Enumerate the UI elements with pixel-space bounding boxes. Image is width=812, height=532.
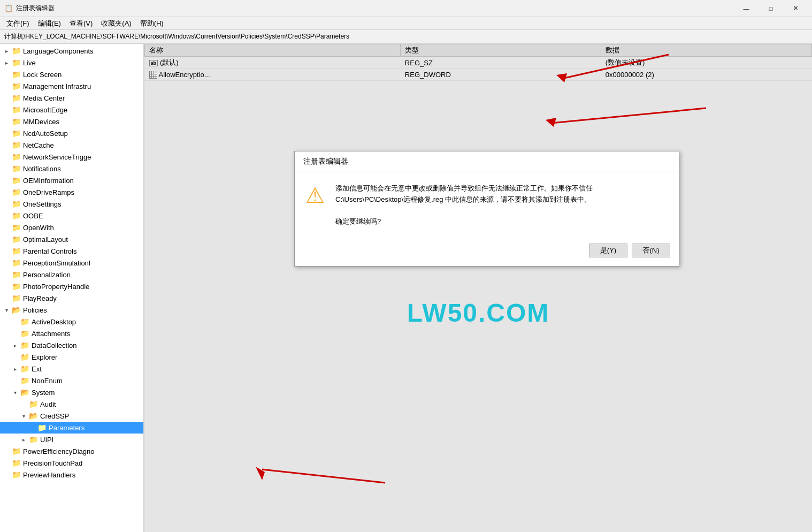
folder-icon: 📁 [20,329,29,338]
tree-item[interactable]: 📁Parameters [0,422,143,434]
tree-item[interactable]: 📁Explorer [0,351,143,363]
menu-help[interactable]: 帮助(H) [136,18,168,29]
tree-item-label: PerceptionSimulationI [23,259,90,267]
maximize-button[interactable]: □ [759,0,783,17]
tree-item-label: OneDriveRamps [23,188,74,196]
folder-icon: 📁 [12,47,21,55]
tree-item[interactable]: ▸📁LanguageComponents [0,45,143,57]
tree-item-label: Attachments [32,330,70,338]
minimize-button[interactable]: — [734,0,759,17]
expand-icon[interactable]: ▸ [11,343,19,348]
tree-item-label: CredSSP [40,412,69,420]
address-bar: 计算机\HKEY_LOCAL_MACHINE\SOFTWARE\Microsof… [0,30,812,44]
folder-icon: 📁 [12,470,21,479]
tree-item[interactable]: 📁OptimalLayout [0,233,143,245]
tree-item-label: NonEnum [32,377,63,385]
tree-item-label: NcdAutoSetup [23,130,68,138]
tree-item[interactable]: 📁PowerEfficiencyDiagno [0,445,143,457]
tree-item-label: OEMInformation [23,177,74,185]
tree-item-label: OpenWith [23,224,54,232]
menu-file[interactable]: 文件(F) [2,18,34,29]
folder-icon: 📁 [12,294,21,302]
tree-item-label: MicrosoftEdge [23,106,67,114]
tree-item[interactable]: 📁PhotoPropertyHandle [0,280,143,292]
tree-item[interactable]: 📁PrecisionTouchPad [0,457,143,469]
tree-item-label: ActiveDesktop [32,318,76,326]
folder-icon: 📁 [12,94,21,102]
tree-item[interactable]: ▸📁Ext [0,363,143,375]
expand-icon[interactable]: ▾ [19,413,28,419]
tree-panel: ▸📁LanguageComponents▸📁Live 📁Lock Screen … [0,44,144,532]
tree-item[interactable]: ▸📁Live [0,57,143,69]
tree-item[interactable]: 📁Personalization [0,269,143,280]
folder-icon: 📁 [12,270,21,279]
folder-icon: 📁 [12,105,21,114]
tree-item[interactable]: 📁PerceptionSimulationI [0,257,143,269]
expand-icon[interactable]: ▸ [2,60,11,66]
tree-item[interactable]: ▾📂CredSSP [0,410,143,422]
menu-favorites[interactable]: 收藏夹(A) [97,18,135,29]
folder-icon: 📁 [12,235,21,244]
tree-item-label: LanguageComponents [23,47,94,55]
tree-item[interactable]: ▸📁UIPI [0,434,143,445]
tree-item[interactable]: 📁OneSettings [0,198,143,210]
dialog-message-1: 添加信息可能会在无意中更改或删除值并导致组件无法继续正常工作。如果你不信任 [335,184,593,192]
tree-item[interactable]: ▾📂Policies [0,304,143,316]
tree-item[interactable]: 📁Audit [0,398,143,410]
tree-item-label: Personalization [23,271,71,279]
tree-item[interactable]: 📁Management Infrastru [0,80,143,92]
expand-icon[interactable]: ▾ [11,390,19,396]
main-content: ▸📁LanguageComponents▸📁Live 📁Lock Screen … [0,44,812,532]
expand-icon[interactable]: ▾ [2,307,11,313]
close-button[interactable]: ✕ [783,0,808,17]
tree-item-label: OneSettings [23,200,62,208]
tree-item[interactable]: 📁MicrosoftEdge [0,104,143,116]
tree-item[interactable]: 📁Notifications [0,163,143,174]
tree-item-label: OptimalLayout [23,235,68,244]
tree-item-label: UIPI [40,436,53,444]
tree-item[interactable]: 📁Parental Controls [0,245,143,257]
tree-item-label: Ext [32,365,42,373]
expand-icon[interactable]: ▸ [11,366,19,372]
yes-button[interactable]: 是(Y) [589,244,627,257]
tree-item[interactable]: 📁OOBE [0,210,143,222]
folder-icon: 📁 [37,423,47,432]
tree-item[interactable]: 📁ActiveDesktop [0,316,143,328]
tree-item[interactable]: 📁NonEnum [0,375,143,386]
tree-item[interactable]: 📁NetCache [0,139,143,151]
tree-item[interactable]: 📁Attachments [0,328,143,339]
folder-icon: 📁 [12,223,21,232]
expand-icon[interactable]: ▸ [19,437,28,443]
folder-icon: 📁 [20,364,29,373]
tree-item-label: Management Infrastru [23,82,91,90]
folder-icon: 📁 [12,282,21,291]
folder-icon: 📁 [12,247,21,255]
tree-item[interactable]: 📁Media Center [0,92,143,104]
dialog-box: 注册表编辑器 ⚠ 添加信息可能会在无意中更改或删除值并导致组件无法继续正常工作。… [294,151,679,267]
expand-icon[interactable]: ▸ [2,48,11,54]
tree-scroll[interactable]: ▸📁LanguageComponents▸📁Live 📁Lock Screen … [0,44,143,532]
folder-icon: 📁 [12,176,21,185]
tree-item-label: Policies [23,306,47,314]
folder-icon: 📁 [20,353,29,361]
menu-edit[interactable]: 编辑(E) [34,18,65,29]
tree-item[interactable]: ▾📂System [0,386,143,398]
tree-item[interactable]: 📁PlayReady [0,292,143,304]
tree-item[interactable]: 📁OneDriveRamps [0,186,143,198]
tree-item[interactable]: 📁MMDevices [0,116,143,127]
tree-item-label: OOBE [23,212,43,220]
menu-view[interactable]: 查看(V) [65,18,97,29]
tree-item[interactable]: 📁Lock Screen [0,69,143,80]
tree-item[interactable]: 📁NetworkServiceTrigge [0,151,143,163]
tree-item[interactable]: 📁NcdAutoSetup [0,127,143,139]
folder-icon: 📁 [12,259,21,267]
title-bar: 📋 注册表编辑器 — □ ✕ [0,0,812,17]
tree-item[interactable]: 📁OEMInformation [0,174,143,186]
tree-item-label: NetworkServiceTrigge [23,153,91,161]
tree-item[interactable]: 📁PreviewHandlers [0,469,143,481]
folder-icon: 📂 [29,412,38,420]
tree-item[interactable]: 📁OpenWith [0,222,143,233]
tree-item[interactable]: ▸📁DataCollection [0,339,143,351]
no-button[interactable]: 否(N) [632,244,670,257]
warning-icon: ⚠ [303,183,327,208]
